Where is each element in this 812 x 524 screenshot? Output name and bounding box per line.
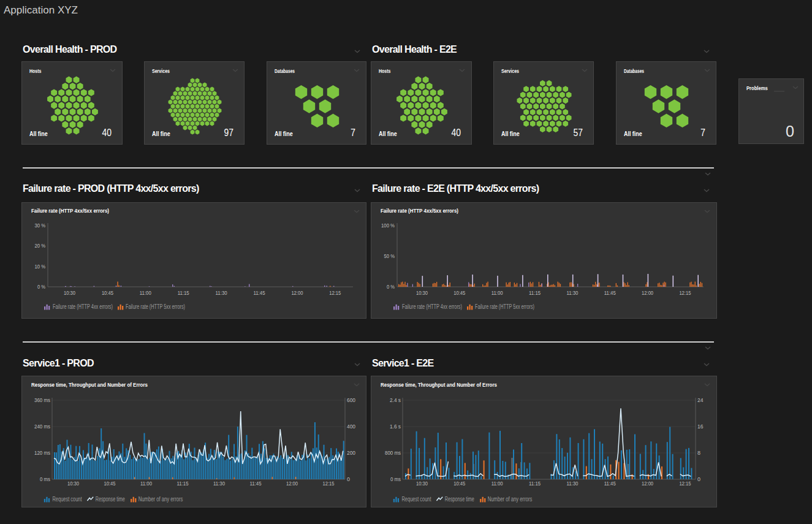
svg-text:Failure rate (HTTP 4xx/5xx err: Failure rate (HTTP 4xx/5xx errors) xyxy=(31,207,109,214)
svg-text:11:15: 11:15 xyxy=(529,480,541,487)
svg-text:240 ms: 240 ms xyxy=(34,423,50,430)
svg-text:11:30: 11:30 xyxy=(566,480,578,487)
svg-text:12:15: 12:15 xyxy=(329,290,341,296)
svg-text:200: 200 xyxy=(347,450,355,456)
svg-text:11:45: 11:45 xyxy=(604,480,616,487)
svg-text:24: 24 xyxy=(697,397,704,403)
svg-text:Request count: Request count xyxy=(402,496,431,503)
svg-text:10:30: 10:30 xyxy=(416,480,428,487)
svg-text:7: 7 xyxy=(351,127,355,138)
svg-text:97: 97 xyxy=(224,127,234,138)
svg-text:10:45: 10:45 xyxy=(104,480,116,487)
svg-text:12:15: 12:15 xyxy=(679,480,691,487)
svg-text:All fine: All fine xyxy=(379,130,397,137)
svg-text:11:00: 11:00 xyxy=(491,480,503,487)
svg-text:10:45: 10:45 xyxy=(453,480,465,487)
svg-text:0: 0 xyxy=(786,122,794,140)
svg-text:50 %: 50 % xyxy=(384,253,395,259)
svg-text:12:15: 12:15 xyxy=(679,290,691,296)
svg-text:Services: Services xyxy=(152,67,170,74)
svg-text:40: 40 xyxy=(452,127,461,138)
svg-text:11:00: 11:00 xyxy=(491,290,503,296)
svg-text:Failure rate (HTTP 4xx errors): Failure rate (HTTP 4xx errors) xyxy=(402,303,462,310)
svg-text:All fine: All fine xyxy=(501,130,520,137)
svg-text:600: 600 xyxy=(347,397,355,403)
svg-text:1.6 s: 1.6 s xyxy=(390,423,401,430)
svg-text:7: 7 xyxy=(700,127,705,138)
svg-text:Failure rate (HTTP 4xx errors): Failure rate (HTTP 4xx errors) xyxy=(53,303,113,310)
svg-text:10:45: 10:45 xyxy=(453,290,465,296)
svg-text:Failure rate (HTTP 4xx/5xx err: Failure rate (HTTP 4xx/5xx errors) xyxy=(381,207,458,214)
svg-text:11:15: 11:15 xyxy=(178,290,189,296)
svg-text:10:30: 10:30 xyxy=(64,290,75,296)
svg-text:800 ms: 800 ms xyxy=(385,450,401,456)
svg-text:2.4 s: 2.4 s xyxy=(390,397,401,403)
svg-text:12:00: 12:00 xyxy=(642,290,653,296)
svg-text:11:30: 11:30 xyxy=(566,290,578,296)
svg-text:All fine: All fine xyxy=(29,130,48,137)
svg-text:120 ms: 120 ms xyxy=(34,450,50,456)
svg-text:10 %: 10 % xyxy=(35,264,46,270)
svg-text:Number of any errors: Number of any errors xyxy=(488,496,533,503)
svg-text:11:00: 11:00 xyxy=(140,290,151,296)
svg-text:11:45: 11:45 xyxy=(604,290,616,296)
svg-text:Databases: Databases xyxy=(624,67,644,74)
svg-text:Hosts: Hosts xyxy=(29,67,41,74)
svg-text:11:15: 11:15 xyxy=(177,480,189,487)
svg-text:Problems: Problems xyxy=(746,85,768,91)
svg-text:10:30: 10:30 xyxy=(67,480,79,487)
svg-text:11:30: 11:30 xyxy=(216,290,227,296)
svg-text:11:00: 11:00 xyxy=(140,480,152,487)
svg-text:8: 8 xyxy=(697,450,700,456)
svg-text:12:00: 12:00 xyxy=(642,480,653,487)
svg-text:11:45: 11:45 xyxy=(254,290,265,296)
svg-text:11:15: 11:15 xyxy=(529,290,541,296)
svg-text:12:00: 12:00 xyxy=(291,290,303,296)
svg-text:Number of any errors: Number of any errors xyxy=(138,496,183,503)
svg-text:Response time: Response time xyxy=(96,496,125,503)
svg-text:30 %: 30 % xyxy=(35,222,46,229)
svg-text:11:45: 11:45 xyxy=(250,480,262,487)
svg-text:12:00: 12:00 xyxy=(286,480,298,487)
svg-text:All fine: All fine xyxy=(275,130,293,137)
svg-text:10:30: 10:30 xyxy=(416,290,428,296)
svg-text:Response time, Throughput and: Response time, Throughput and Number of … xyxy=(381,381,497,388)
svg-text:Databases: Databases xyxy=(275,67,295,74)
svg-text:0: 0 xyxy=(697,476,700,482)
svg-text:All fine: All fine xyxy=(152,130,170,137)
svg-text:Response time: Response time xyxy=(445,496,474,503)
svg-text:Hosts: Hosts xyxy=(379,67,390,74)
svg-text:10:45: 10:45 xyxy=(102,290,113,296)
svg-text:360 ms: 360 ms xyxy=(34,397,50,403)
svg-text:Request count: Request count xyxy=(53,496,82,503)
svg-text:0 ms: 0 ms xyxy=(390,476,401,482)
svg-text:12:15: 12:15 xyxy=(323,480,335,487)
svg-text:Response time, Throughput and: Response time, Throughput and Number of … xyxy=(31,381,148,388)
svg-text:Failure rate (HTTP 5xx errors): Failure rate (HTTP 5xx errors) xyxy=(475,303,534,310)
svg-text:All fine: All fine xyxy=(624,130,642,137)
svg-text:100 %: 100 % xyxy=(381,222,395,229)
svg-text:0 ms: 0 ms xyxy=(40,476,50,482)
svg-text:0: 0 xyxy=(347,476,350,482)
svg-text:0 %: 0 % xyxy=(37,284,45,290)
svg-text:Failure rate (HTTP 5xx errors): Failure rate (HTTP 5xx errors) xyxy=(126,303,185,310)
svg-text:11:30: 11:30 xyxy=(213,480,225,487)
svg-text:40: 40 xyxy=(102,127,112,138)
svg-text:57: 57 xyxy=(574,127,583,138)
svg-text:400: 400 xyxy=(347,423,355,430)
svg-text:20 %: 20 % xyxy=(35,243,46,249)
svg-text:Services: Services xyxy=(501,67,519,74)
svg-text:0 %: 0 % xyxy=(387,284,395,290)
svg-text:16: 16 xyxy=(697,423,704,430)
